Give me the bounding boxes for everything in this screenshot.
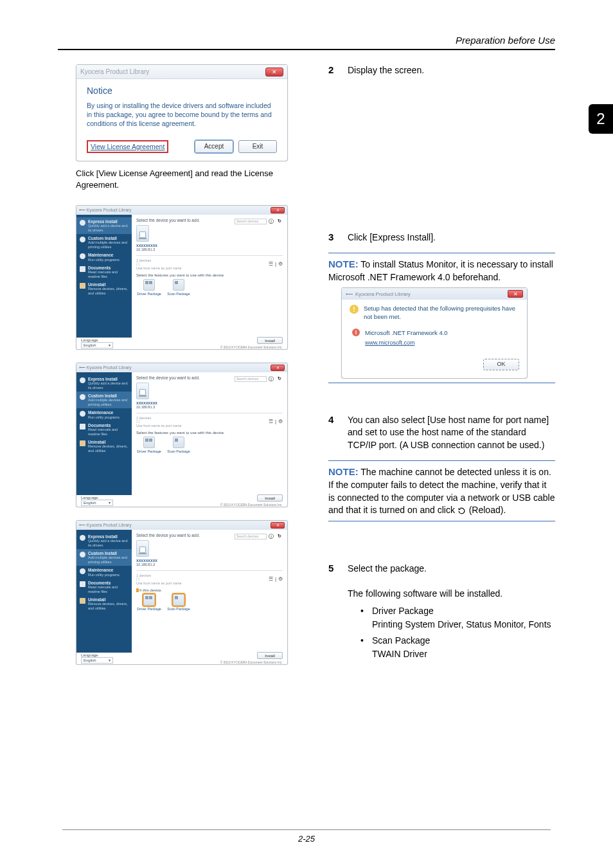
product-library-window-packages: ⟵ Kyocera Product Library ✕ Express Inst… xyxy=(76,520,288,665)
close-icon[interactable]: ✕ xyxy=(508,290,523,298)
step-4: 4 You can also select [Use host name for… xyxy=(328,414,555,452)
sidebar-item-label: Documents xyxy=(88,266,129,270)
reload-icon xyxy=(458,507,466,516)
reload-icon[interactable]: ↻ xyxy=(276,533,283,540)
scan-package[interactable]: Scan Package xyxy=(166,279,191,296)
sidebar-item-label: Maintenance xyxy=(88,253,120,257)
settings-icon[interactable]: ⚙ xyxy=(278,576,283,582)
info-icon[interactable]: ⓘ xyxy=(269,533,274,540)
close-icon[interactable]: ✕ xyxy=(271,207,285,213)
window-back[interactable]: ⟵ Kyocera Product Library xyxy=(79,208,132,213)
sidebar-item-express[interactable]: Express InstallQuickly add a device and … xyxy=(76,532,132,549)
page-header: Preparation before Use xyxy=(456,35,555,46)
sidebar-item-label: Express Install xyxy=(88,219,129,224)
install-button[interactable]: Install xyxy=(257,652,283,659)
close-icon[interactable]: ✕ xyxy=(271,365,285,371)
page-footer: 2-25 xyxy=(0,829,613,844)
search-input[interactable]: Search devices xyxy=(235,376,267,382)
scan-package[interactable]: Scan Package xyxy=(166,437,191,453)
step-3: 3 Click [Express Install]. xyxy=(328,231,555,244)
sidebar: Express InstallQuickly add a device and … xyxy=(76,215,132,338)
sidebar-item-custom[interactable]: Custom InstallAdd multiple devices and p… xyxy=(76,392,132,408)
info-icon[interactable]: ⓘ xyxy=(269,375,274,383)
language-select[interactable]: English▾ xyxy=(81,342,113,348)
sidebar-item-uninstall[interactable]: UninstallRemove devices, drivers, and ut… xyxy=(76,280,132,297)
close-icon[interactable]: ✕ xyxy=(271,522,285,529)
reload-icon[interactable]: ↻ xyxy=(276,218,283,225)
header-rule xyxy=(58,49,555,50)
warning-icon: ! xyxy=(350,305,359,314)
list-view-icon[interactable]: ☰ xyxy=(269,419,273,424)
prereq-item: Microsoft .NET Framework 4.0 xyxy=(365,329,448,336)
sidebar-item-uninstall[interactable]: UninstallRemove devices, drivers, and ut… xyxy=(76,438,132,455)
sidebar-item-documents[interactable]: DocumentsRead manuals and readme files xyxy=(76,264,132,280)
license-caption: Click [View License Agreement] and read … xyxy=(76,168,303,191)
device-icon[interactable] xyxy=(136,383,149,399)
device-caption: XXXXXXXXX10.180.81.3 xyxy=(136,244,283,251)
sidebar-item-documents[interactable]: DocumentsRead manuals and readme files xyxy=(76,579,132,595)
product-library-window-custom: ⟵ Kyocera Product Library ✕ Express Inst… xyxy=(76,363,288,507)
view-license-link[interactable]: View License Agreement xyxy=(91,143,164,150)
search-input[interactable]: Search devices xyxy=(235,534,267,539)
packages-intro: The following software will be installed… xyxy=(348,588,555,601)
settings-icon[interactable]: ⚙ xyxy=(278,419,283,424)
info-icon[interactable]: ⓘ xyxy=(269,218,274,225)
features-label: Select the features you want to use with… xyxy=(136,273,283,277)
device-icon[interactable] xyxy=(136,225,149,242)
notice-text: By using or installing the device driver… xyxy=(87,101,277,129)
list-view-icon[interactable]: ☰ xyxy=(269,576,273,582)
sidebar-item-maintenance[interactable]: MaintenanceRun utility programs xyxy=(76,566,132,579)
driver-package[interactable]: Driver Package xyxy=(136,594,162,611)
exit-button[interactable]: Exit xyxy=(238,140,277,153)
sidebar-item-express[interactable]: Express InstallQuickly add a device and … xyxy=(76,217,132,234)
driver-package[interactable]: Driver Package xyxy=(136,279,162,296)
prereq-title: ⟵Kyocera Product Library xyxy=(346,291,411,298)
sidebar-item-maintenance[interactable]: MaintenanceRun utility programs xyxy=(76,408,132,421)
hostname-checkbox-label[interactable]: Use host name as port name xyxy=(136,266,182,270)
language-select[interactable]: English▾ xyxy=(81,657,113,664)
search-input[interactable]: Search devices xyxy=(235,219,267,224)
sidebar-item-label: Uninstall xyxy=(88,282,129,287)
sidebar-item-custom[interactable]: Custom InstallAdd multiple devices and p… xyxy=(76,234,132,251)
sidebar-item-maintenance[interactable]: MaintenanceRun utility programs xyxy=(76,251,132,264)
sidebar-item-express[interactable]: Express InstallQuickly add a device and … xyxy=(76,375,132,392)
sidebar-item-documents[interactable]: DocumentsRead manuals and readme files xyxy=(76,421,132,438)
device-icon[interactable] xyxy=(136,540,149,557)
chapter-tab: 2 xyxy=(589,104,613,134)
view-license-link-highlight: View License Agreement xyxy=(87,140,168,153)
step-2: 2 Display the screen. xyxy=(328,64,555,77)
ok-button[interactable]: OK xyxy=(483,359,519,370)
notice-heading: Notice xyxy=(87,86,277,96)
scan-package[interactable]: Scan Package xyxy=(166,594,191,611)
note-detect: NOTE: The machine cannot be detected unl… xyxy=(328,460,555,521)
list-view-icon[interactable]: ☰ xyxy=(269,261,273,267)
driver-package-sub: Printing System Driver, Status Monitor, … xyxy=(372,619,551,629)
close-icon[interactable]: ✕ xyxy=(265,68,283,77)
prereq-message: Setup has detected that the following pr… xyxy=(364,305,519,321)
arrow-left-icon[interactable]: ⟵ xyxy=(346,291,353,298)
sidebar-item-custom[interactable]: Custom InstallAdd multiple devices and p… xyxy=(76,549,132,566)
settings-icon[interactable]: ⚙ xyxy=(278,261,283,267)
driver-package-title: Driver Package xyxy=(372,606,434,616)
prereq-link[interactable]: www.microsoft.com xyxy=(365,339,448,347)
note-status-monitor: NOTE: To install Status Monitor, it is n… xyxy=(328,253,555,383)
window-back[interactable]: ⟵ Kyocera Product Library xyxy=(79,523,132,528)
install-button[interactable]: Install xyxy=(257,494,283,502)
driver-package[interactable]: Driver Package xyxy=(136,437,162,453)
sidebar: Express InstallQuickly add a device and … xyxy=(76,372,132,495)
packages-list: •Driver PackagePrinting System Driver, S… xyxy=(360,604,555,661)
window-back[interactable]: ⟵ Kyocera Product Library xyxy=(79,365,132,370)
step-5: 5 Select the package. xyxy=(328,563,555,575)
license-dialog: Kyocera Product Library ✕ Notice By usin… xyxy=(76,64,288,161)
sidebar-item-label: Custom Install xyxy=(88,236,129,240)
language-select[interactable]: English▾ xyxy=(81,500,113,506)
reload-icon[interactable]: ↻ xyxy=(276,375,283,383)
scan-package-title: Scan Package xyxy=(372,635,430,646)
copyright: © 2013 KYOCERA Document Solutions Inc. xyxy=(220,345,283,349)
bullet-icon: ! xyxy=(352,329,360,336)
accept-button[interactable]: Accept xyxy=(195,140,233,153)
prerequisite-dialog: ⟵Kyocera Product Library ✕ !Setup has de… xyxy=(341,287,528,378)
install-button[interactable]: Install xyxy=(257,337,283,344)
license-dialog-title: Kyocera Product Library xyxy=(80,68,149,75)
sidebar-item-uninstall[interactable]: UninstallRemove devices, drivers, and ut… xyxy=(76,595,132,612)
